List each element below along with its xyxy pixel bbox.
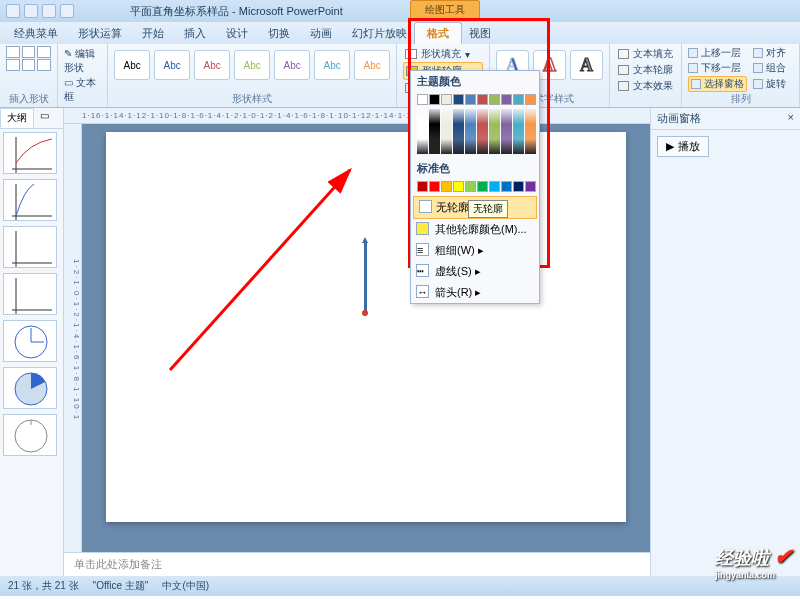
arrow-shape[interactable] xyxy=(364,242,367,312)
style-preset[interactable]: Abc xyxy=(194,50,230,80)
slide-thumb[interactable] xyxy=(3,226,57,268)
color-shade-column[interactable] xyxy=(429,109,440,154)
shape-icon[interactable] xyxy=(6,46,20,58)
slide-canvas-wrap[interactable] xyxy=(82,124,650,552)
shape-handle[interactable] xyxy=(362,310,368,316)
bring-forward-button[interactable]: 上移一层 xyxy=(688,46,747,60)
color-shade-column[interactable] xyxy=(477,109,488,154)
tab-classic[interactable]: 经典菜单 xyxy=(4,23,68,44)
more-colors-item[interactable]: 其他轮廓颜色(M)... xyxy=(411,219,539,240)
slide-thumb[interactable] xyxy=(3,320,57,362)
color-swatch[interactable] xyxy=(441,94,452,105)
text-fill-button[interactable]: 文本填充 xyxy=(616,46,675,62)
color-swatch[interactable] xyxy=(465,94,476,105)
tab-animations[interactable]: 动画 xyxy=(300,23,342,44)
weight-item[interactable]: ≡粗细(W) ▸ xyxy=(411,240,539,261)
color-shade-column[interactable] xyxy=(417,109,428,154)
color-shade-column[interactable] xyxy=(441,109,452,154)
tab-shape-ops[interactable]: 形状运算 xyxy=(68,23,132,44)
text-effects-button[interactable]: 文本效果 xyxy=(616,78,675,94)
redo-button[interactable] xyxy=(60,4,74,18)
color-swatch[interactable] xyxy=(417,181,428,192)
office-button[interactable] xyxy=(6,4,20,18)
style-preset[interactable]: Abc xyxy=(354,50,390,80)
wordart-preset[interactable]: A xyxy=(570,50,603,80)
color-swatch[interactable] xyxy=(489,181,500,192)
color-swatch[interactable] xyxy=(513,94,524,105)
edit-shape-button[interactable]: ✎ 编辑形状 xyxy=(64,47,101,75)
slide-thumb[interactable] xyxy=(3,367,57,409)
group-button[interactable]: 组合 xyxy=(753,61,793,75)
standard-color-row xyxy=(411,179,539,196)
color-swatch[interactable] xyxy=(477,94,488,105)
color-shade-column[interactable] xyxy=(489,109,500,154)
ribbon: 插入形状 ✎ 编辑形状 ▭ 文本框 Abc Abc Abc Abc Abc Ab… xyxy=(0,44,800,108)
dashes-item[interactable]: ┅虚线(S) ▸ xyxy=(411,261,539,282)
color-swatch[interactable] xyxy=(429,94,440,105)
rotate-button[interactable]: 旋转 xyxy=(753,76,793,92)
play-button[interactable]: ▶ 播放 xyxy=(657,136,709,157)
color-swatch[interactable] xyxy=(477,181,488,192)
vertical-ruler: 1·2·1·0·1·2·1·4·1·6·1·8·1·10·1 xyxy=(64,124,82,552)
color-swatch[interactable] xyxy=(501,94,512,105)
text-outline-button[interactable]: 文本轮廓 xyxy=(616,62,675,78)
shape-fill-button[interactable]: 形状填充 ▾ xyxy=(403,46,483,62)
shape-icon[interactable] xyxy=(6,59,20,71)
color-swatch[interactable] xyxy=(429,181,440,192)
text-box-button[interactable]: ▭ 文本框 xyxy=(64,76,101,104)
style-preset[interactable]: Abc xyxy=(234,50,270,80)
tab-view[interactable]: 视图 xyxy=(459,23,501,44)
tab-home[interactable]: 开始 xyxy=(132,23,174,44)
shape-icon[interactable] xyxy=(22,46,36,58)
color-shade-column[interactable] xyxy=(465,109,476,154)
group-text-fill: 文本填充 文本轮廓 文本效果 xyxy=(610,44,682,107)
tab-slideshow[interactable]: 幻灯片放映 xyxy=(342,23,417,44)
send-backward-button[interactable]: 下移一层 xyxy=(688,61,747,75)
contextual-tab-label: 绘图工具 xyxy=(410,0,480,20)
shape-icon[interactable] xyxy=(37,46,51,58)
slide-canvas[interactable] xyxy=(106,132,626,522)
style-preset[interactable]: Abc xyxy=(114,50,150,80)
tab-slides-thumb[interactable]: ▭ xyxy=(34,108,55,128)
shape-icon[interactable] xyxy=(22,59,36,71)
color-swatch[interactable] xyxy=(513,181,524,192)
style-preset[interactable]: Abc xyxy=(314,50,350,80)
no-outline-icon xyxy=(419,200,432,213)
tab-insert[interactable]: 插入 xyxy=(174,23,216,44)
tab-outline[interactable]: 大纲 xyxy=(0,108,34,128)
slide-thumb[interactable] xyxy=(3,132,57,174)
shape-icon[interactable] xyxy=(37,59,51,71)
slide-thumb[interactable] xyxy=(3,414,57,456)
align-button[interactable]: 对齐 xyxy=(753,46,793,60)
slide-thumbnails[interactable] xyxy=(0,129,63,576)
color-shade-column[interactable] xyxy=(453,109,464,154)
undo-button[interactable] xyxy=(42,4,56,18)
style-preset[interactable]: Abc xyxy=(274,50,310,80)
color-swatch[interactable] xyxy=(525,94,536,105)
notes-pane[interactable]: 单击此处添加备注 xyxy=(64,552,650,576)
color-shade-column[interactable] xyxy=(525,109,536,154)
color-swatch[interactable] xyxy=(489,94,500,105)
slide-thumb[interactable] xyxy=(3,179,57,221)
color-swatch[interactable] xyxy=(465,181,476,192)
tab-transitions[interactable]: 切换 xyxy=(258,23,300,44)
slide-thumb[interactable] xyxy=(3,273,57,315)
selection-pane-button[interactable]: 选择窗格 xyxy=(688,76,747,92)
color-swatch[interactable] xyxy=(441,181,452,192)
save-button[interactable] xyxy=(24,4,38,18)
color-swatch[interactable] xyxy=(417,94,428,105)
color-swatch[interactable] xyxy=(453,94,464,105)
language-indicator[interactable]: 中文(中国) xyxy=(162,579,209,593)
color-swatch[interactable] xyxy=(501,181,512,192)
color-swatch[interactable] xyxy=(525,181,536,192)
close-icon[interactable]: × xyxy=(788,111,794,126)
arrows-item[interactable]: ↔箭头(R) ▸ xyxy=(411,282,539,303)
style-preset[interactable]: Abc xyxy=(154,50,190,80)
color-shade-column[interactable] xyxy=(513,109,524,154)
color-shade-column[interactable] xyxy=(501,109,512,154)
tab-format[interactable]: 格式 xyxy=(414,22,462,44)
shape-style-gallery[interactable]: Abc Abc Abc Abc Abc Abc Abc xyxy=(114,46,390,80)
tab-design[interactable]: 设计 xyxy=(216,23,258,44)
group-insert-shapes: 插入形状 xyxy=(0,44,58,107)
color-swatch[interactable] xyxy=(453,181,464,192)
